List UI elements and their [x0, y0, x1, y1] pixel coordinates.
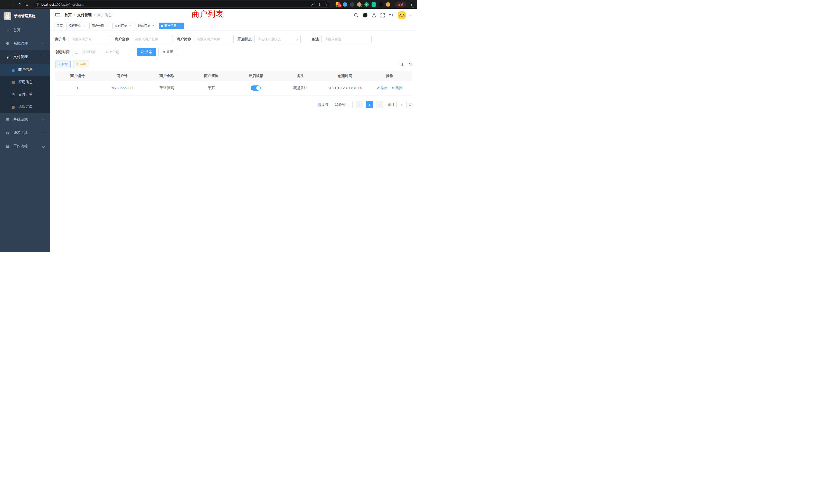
tab-payment-orders[interactable]: 支付订单× [112, 23, 134, 29]
tab-merchant-info[interactable]: 商户信息× [159, 23, 184, 29]
fullscreen-icon[interactable] [380, 13, 385, 18]
extension-avatar-icon[interactable] [357, 2, 361, 7]
sidebar-item-merchant-info[interactable]: ▤ 商户信息 [0, 64, 50, 76]
refresh-table-icon[interactable]: ↻ [409, 62, 412, 66]
toolbox-icon: ⊠ [5, 131, 10, 135]
sidebar-item-app-info[interactable]: ▦ 应用信息 [0, 76, 50, 88]
tab-user-group[interactable]: 用户分组× [89, 23, 111, 29]
user-avatar[interactable] [398, 11, 406, 19]
sidebar-toggle-icon[interactable] [55, 13, 60, 18]
sidebar-item-system-management[interactable]: ⚙ 系统管理 [0, 37, 50, 50]
status-select[interactable] [255, 35, 301, 43]
download-icon: ↧ [76, 63, 79, 66]
close-icon[interactable]: × [128, 24, 132, 28]
filter-label-create-time: 创建时间 [55, 50, 70, 54]
delete-link[interactable]: 删除 [392, 86, 402, 90]
page-1-button[interactable]: 1 [366, 101, 373, 108]
extension-emoji-avatar-icon[interactable] [386, 2, 390, 7]
page-info-icon[interactable]: ⓘ [36, 2, 39, 7]
extension-blue-drop-icon[interactable] [343, 2, 347, 7]
short-name-input[interactable] [194, 35, 234, 43]
gear-icon: ⚙ [5, 41, 10, 46]
filter-label-status: 开启状态 [238, 37, 252, 42]
help-icon[interactable]: ? [372, 13, 376, 18]
extension-github-icon[interactable] [379, 2, 383, 7]
browser-back-icon[interactable]: ← [2, 1, 9, 8]
browser-menu-dots-icon[interactable]: ⋮ [408, 1, 415, 8]
tab-home[interactable]: 首页 [54, 23, 65, 29]
toggle-search-icon[interactable] [399, 62, 404, 66]
app-logo[interactable]: 芋道管理系统 [0, 9, 50, 24]
full-name-input[interactable] [132, 35, 173, 43]
remark-input[interactable] [322, 35, 372, 43]
logo-avatar-image [4, 12, 11, 20]
password-key-icon[interactable] [311, 3, 315, 6]
table-header-row: 商户编号 商户号 商户全称 商户简称 开启状态 备注 创建时间 操作 [55, 71, 412, 81]
breadcrumb-item-home[interactable]: 首页 [64, 13, 72, 18]
reset-button[interactable]: ↻ 重置 [158, 48, 177, 56]
browser-toolbar: ← → ↻ ⌂ ⓘ localhost:1024/pay/merchant ↥ … [0, 0, 417, 9]
close-icon[interactable]: × [178, 24, 181, 28]
sidebar: 芋道管理系统 ◔ 首页 ⚙ 系统管理 ¥ 支付管理 ▤ 商户信息 [0, 9, 50, 252]
order-icon: ◎ [11, 92, 16, 96]
extension-green-square-icon[interactable] [372, 2, 376, 7]
close-icon[interactable]: × [152, 24, 155, 28]
chevron-down-icon [42, 132, 45, 134]
header-search-icon[interactable] [354, 13, 358, 18]
create-time-range-picker[interactable]: - [72, 48, 134, 56]
workflow-icon: ⊟ [5, 144, 10, 148]
sidebar-item-payment-orders[interactable]: ◎ 支付订单 [0, 88, 50, 100]
sidebar-item-payment-management[interactable]: ¥ 支付管理 [0, 50, 50, 64]
font-size-icon[interactable]: тT [389, 13, 394, 17]
pagination: 共 1 条 10条/页 ‹ 1 › 前往 页 [55, 101, 412, 108]
sidebar-item-infrastructure[interactable]: ⊞ 基础设施 [0, 113, 50, 126]
address-bar[interactable]: ⓘ localhost:1024/pay/merchant ↥ ☆ [33, 1, 330, 8]
menu-label: 首页 [13, 28, 21, 32]
sidebar-item-workflow[interactable]: ⊟ 工作流程 [0, 140, 50, 153]
share-icon[interactable]: ↥ [318, 2, 321, 6]
user-menu-caret-icon[interactable] [410, 14, 412, 16]
filter-label-short-name: 商户简称 [177, 37, 191, 42]
sidebar-item-home[interactable]: ◔ 首页 [0, 24, 50, 37]
red-annotation-text: 商户列表 [192, 9, 223, 20]
browser-reload-icon[interactable]: ↻ [17, 1, 23, 8]
merchant-no-input[interactable] [69, 35, 111, 43]
browser-forward-icon[interactable]: → [9, 1, 16, 8]
monitor-icon: ⊞ [5, 117, 10, 122]
extension-badge: 10 [337, 4, 342, 8]
breadcrumb-item-payment[interactable]: 支付管理 [77, 13, 92, 18]
prev-page-button[interactable]: ‹ [356, 101, 363, 108]
sidebar-item-refund-orders[interactable]: ▥ 退款订单 [0, 100, 50, 113]
tab-process-form[interactable]: 流程表单× [66, 23, 88, 29]
table-toolbar: + 新增 ↧ 导出 ↻ [55, 61, 412, 68]
bookmark-star-icon[interactable]: ☆ [324, 2, 327, 6]
filter-label-merchant-no: 商户号 [55, 37, 66, 42]
github-icon[interactable] [363, 13, 368, 18]
cell-remark: 我是备注 [278, 81, 323, 95]
search-button[interactable]: 搜索 [137, 48, 156, 56]
cell-actions: 修改 删除 [367, 81, 412, 95]
status-select-input[interactable] [255, 35, 301, 43]
status-toggle[interactable] [250, 86, 261, 91]
sidebar-item-dev-tools[interactable]: ⊠ 研发工具 [0, 126, 50, 140]
extension-green-check-icon[interactable]: ✓ [364, 2, 369, 7]
end-date-input[interactable] [103, 50, 122, 54]
close-icon[interactable]: × [82, 24, 86, 28]
menu-label: 系统管理 [13, 41, 28, 46]
export-button[interactable]: ↧ 导出 [73, 61, 89, 68]
extension-colorful-icon[interactable]: 10 [336, 2, 340, 7]
tab-refund-orders[interactable]: 退款订单× [136, 23, 157, 29]
add-button[interactable]: + 新增 [55, 61, 71, 68]
page-size-select[interactable]: 10条/页 [332, 101, 353, 108]
cell-full-name: 芋道源码 [144, 81, 189, 95]
dashboard-icon: ◔ [5, 28, 10, 32]
start-date-input[interactable] [79, 50, 98, 54]
extension-dark-icon[interactable] [350, 2, 354, 7]
edit-link[interactable]: 修改 [377, 86, 387, 90]
table-toolbar-right: ↻ [399, 62, 412, 66]
browser-update-button[interactable]: 更新 [395, 2, 406, 7]
close-icon[interactable]: × [105, 24, 109, 28]
goto-page-input[interactable] [396, 101, 407, 108]
next-page-button[interactable]: › [376, 101, 383, 108]
browser-home-icon[interactable]: ⌂ [24, 1, 30, 8]
